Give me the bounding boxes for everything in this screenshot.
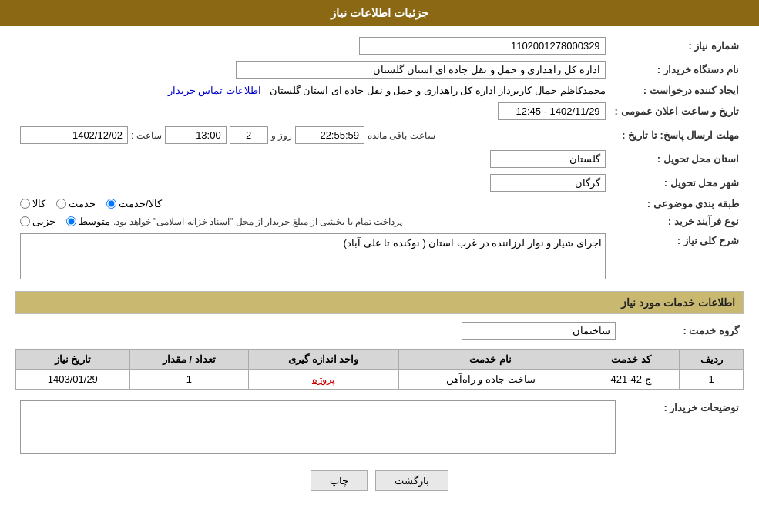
requester-contact-link[interactable]: اطلاعات تماس خریدار <box>168 85 261 96</box>
delivery-province-label: استان محل تحویل : <box>610 147 744 171</box>
description-label: شرح کلی نیاز : <box>610 230 744 285</box>
requester-label: ایجاد کننده درخواست : <box>610 82 744 99</box>
print-button[interactable]: چاپ <box>311 470 368 491</box>
col-quantity: تعداد / مقدار <box>129 350 248 370</box>
service-group-label: گروه خدمت : <box>620 319 744 343</box>
deadline-time: 13:00 <box>165 126 227 144</box>
buyer-org-label: نام دستگاه خریدار : <box>610 58 744 82</box>
delivery-city-label: شهر محل تحویل : <box>610 171 744 195</box>
cell-quantity: 1 <box>129 370 248 390</box>
col-date: تاریخ نیاز <box>16 350 130 370</box>
back-button[interactable]: بازگشت <box>375 470 448 491</box>
announce-datetime-label: تاریخ و ساعت اعلان عمومی : <box>610 99 744 123</box>
description-textarea[interactable]: اجرای شیار و نوار لرزاننده در غرب استان … <box>20 233 606 279</box>
cell-unit[interactable]: پروژه <box>249 370 399 390</box>
delivery-province-value: گلستان <box>490 150 606 168</box>
page-title: جزئیات اطلاعات نیاز <box>331 6 428 19</box>
purchase-type-label: نوع فرآیند خرید : <box>610 212 744 230</box>
deadline-days-label: روز و <box>271 130 292 141</box>
purchase-type-motavasset[interactable]: متوسط <box>66 216 110 227</box>
deadline-countdown: 22:55:59 <box>295 126 364 144</box>
col-name: نام خدمت <box>398 350 583 370</box>
table-row: 1 ج-42-421 ساخت جاده و راه‌آهن پروژه 1 1… <box>16 370 744 390</box>
buyer-desc-textarea[interactable] <box>20 400 616 454</box>
delivery-city-value: گرگان <box>490 174 606 192</box>
cell-name: ساخت جاده و راه‌آهن <box>398 370 583 390</box>
category-label: طبقه بندی موضوعی : <box>610 195 744 212</box>
buyer-desc-label: توضیحات خریدار : <box>620 397 744 460</box>
services-table: ردیف کد خدمت نام خدمت واحد اندازه گیری ت… <box>15 349 744 390</box>
category-kala-label: کالا <box>32 198 45 209</box>
deadline-days: 2 <box>230 126 268 144</box>
purchase-type-jozei-label: جزیی <box>32 216 55 227</box>
purchase-type-motavasset-label: متوسط <box>79 216 110 227</box>
page-header: جزئیات اطلاعات نیاز <box>0 0 759 26</box>
deadline-date: 1402/12/02 <box>20 126 128 144</box>
service-group-value: ساختمان <box>462 322 616 340</box>
col-unit: واحد اندازه گیری <box>249 350 399 370</box>
services-section-title: اطلاعات خدمات مورد نیاز <box>15 291 744 314</box>
requester-value: محمدکاظم جمال کاربرداز اداره کل راهداری … <box>270 85 606 96</box>
category-khedmat[interactable]: خدمت <box>56 198 96 209</box>
col-row: ردیف <box>680 350 744 370</box>
need-number-label: شماره نیاز : <box>610 34 744 58</box>
cell-row: 1 <box>680 370 744 390</box>
col-code: کد خدمت <box>583 350 680 370</box>
bottom-buttons-row: بازگشت چاپ <box>15 470 744 491</box>
purchase-type-note: پرداخت تمام یا بخشی از مبلغ خریدار از مح… <box>113 216 405 227</box>
buyer-org-value: اداره کل راهداری و حمل و نقل جاده ای است… <box>236 61 606 79</box>
cell-code: ج-42-421 <box>583 370 680 390</box>
purchase-type-jozei[interactable]: جزیی <box>20 216 55 227</box>
cell-date: 1403/01/29 <box>16 370 130 390</box>
deadline-countdown-label: ساعت باقی مانده <box>368 130 435 141</box>
category-khedmat-label: خدمت <box>69 198 96 209</box>
deadline-label: مهلت ارسال پاسخ: تا تاریخ : <box>610 123 744 147</box>
category-kala-khedmat[interactable]: کالا/خدمت <box>106 198 162 209</box>
announce-datetime-value: 1402/11/29 - 12:45 <box>498 102 606 120</box>
deadline-time-label: ساعت : <box>131 130 162 141</box>
category-kala-khedmat-label: کالا/خدمت <box>119 198 162 209</box>
category-kala[interactable]: کالا <box>20 198 45 209</box>
need-number-value: 1102001278000329 <box>359 37 606 55</box>
